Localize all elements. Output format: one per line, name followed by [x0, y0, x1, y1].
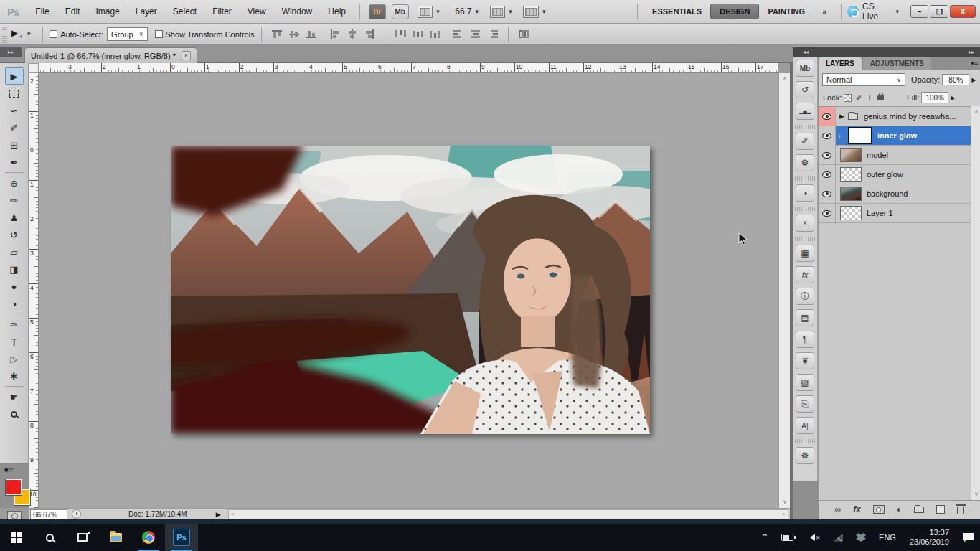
blur-tool[interactable]: ● — [5, 278, 24, 295]
volume-muted-icon[interactable]: × — [806, 534, 820, 542]
horizontal-scrollbar[interactable]: < > — [228, 509, 788, 519]
document-tab[interactable]: Untitled-1 @ 66.7% (inner glow, RGB/8) *… — [24, 47, 197, 63]
layer-row-layer1[interactable]: Layer 1 — [819, 204, 971, 223]
distribute-right-edges-button[interactable] — [485, 27, 501, 42]
new-group-icon[interactable] — [914, 507, 924, 513]
search-button[interactable] — [33, 524, 66, 551]
view-extras-icon[interactable] — [418, 6, 433, 18]
quick-selection-tool[interactable]: ✐ — [5, 119, 24, 136]
workspace-painting[interactable]: PAINTING — [759, 4, 814, 19]
swatches-panel-button[interactable]: ▦ — [796, 245, 814, 262]
visibility-toggle[interactable] — [819, 126, 836, 146]
pen-tool[interactable]: ✑ — [5, 316, 24, 333]
menu-filter[interactable]: Filter — [204, 0, 240, 24]
distribute-horizontal-centers-button[interactable] — [468, 27, 484, 42]
align-top-edges-button[interactable] — [269, 27, 285, 42]
layer-row-inner-glow[interactable]: ↓ inner glow — [819, 126, 971, 146]
distribute-top-edges-button[interactable] — [392, 27, 408, 42]
type-tool[interactable]: T — [5, 333, 24, 350]
custom-shape-tool[interactable]: ✱ — [5, 367, 24, 385]
lock-pixels-icon[interactable]: ✐ — [856, 94, 862, 102]
layers-scrollbar[interactable]: ∧ ∨ — [971, 106, 980, 500]
tab-adjustments[interactable]: ADJUSTMENTS — [863, 57, 931, 70]
brush-presets-panel-button[interactable]: ✐ — [796, 133, 814, 150]
chevron-down-icon[interactable]: ▼ — [895, 9, 900, 15]
menu-view[interactable]: View — [240, 0, 274, 24]
layer-row-background[interactable]: background — [819, 184, 971, 204]
zoom-level-control[interactable]: 66.7 — [455, 6, 471, 17]
history-panel-button[interactable]: ↺ — [796, 81, 814, 98]
layer-thumbnail[interactable] — [840, 167, 862, 182]
blend-mode-dropdown[interactable]: Normal∨ — [822, 73, 905, 86]
language-indicator[interactable]: ENG — [879, 533, 896, 542]
workspace-essentials[interactable]: ESSENTIALS — [644, 4, 710, 19]
auto-select-dropdown[interactable]: Group∨ — [107, 27, 147, 41]
tab-layers[interactable]: LAYERS — [819, 57, 862, 70]
history-brush-tool[interactable]: ↺ — [5, 226, 24, 243]
start-button[interactable] — [0, 524, 33, 551]
panel-menu-icon[interactable]: ▾≡ — [971, 60, 978, 67]
foreground-color-swatch[interactable] — [6, 479, 22, 495]
status-menu-arrow[interactable]: ▶ — [216, 511, 221, 518]
battery-icon[interactable] — [781, 534, 793, 541]
task-view-button[interactable] — [66, 524, 99, 551]
ruler-corner[interactable] — [29, 63, 39, 73]
visibility-toggle[interactable] — [819, 146, 836, 165]
layer-thumbnail[interactable] — [840, 187, 862, 201]
crop-tool[interactable]: ⊞ — [5, 136, 24, 154]
chrome-button[interactable] — [132, 524, 165, 551]
chevron-down-icon[interactable]: ▼ — [435, 9, 440, 15]
menu-help[interactable]: Help — [320, 0, 354, 24]
spot-healing-brush-tool[interactable]: ⊕ — [5, 174, 24, 192]
layer-row-group[interactable]: ▶ genius mind by reeawha... — [819, 107, 971, 126]
paragraph-panel-button[interactable]: ¶ — [796, 331, 814, 348]
styles-panel-button[interactable]: fx — [796, 266, 814, 283]
tool-presets-panel-button[interactable]: ☓ — [796, 215, 814, 232]
menu-file[interactable]: File — [27, 0, 57, 24]
fill-value[interactable]: 100% — [921, 92, 948, 103]
layer-name[interactable]: model — [867, 151, 888, 159]
layer-name[interactable]: genius mind by reeawha... — [864, 112, 956, 121]
brush-tool[interactable]: ✏ — [5, 192, 24, 209]
layer-name[interactable]: inner glow — [877, 131, 917, 140]
new-layer-icon[interactable] — [936, 505, 945, 514]
eyedropper-tool[interactable]: ✒ — [5, 154, 24, 171]
scroll-up-icon[interactable]: ∧ — [779, 73, 791, 85]
taskbar-clock[interactable]: 13:37 23/06/2019 — [910, 528, 949, 547]
distribute-bottom-edges-button[interactable] — [427, 27, 443, 42]
layer-name[interactable]: background — [867, 189, 908, 198]
move-tool[interactable]: ▶ — [5, 67, 24, 85]
opacity-value[interactable]: 80% — [942, 74, 969, 85]
eraser-tool[interactable]: ▱ — [5, 243, 24, 260]
align-left-edges-button[interactable] — [327, 27, 343, 42]
lock-all-icon[interactable] — [877, 95, 884, 100]
animation-panel-button[interactable]: ▤ — [796, 309, 814, 326]
menu-layer[interactable]: Layer — [128, 0, 165, 24]
lock-position-icon[interactable]: ✛ — [867, 94, 872, 102]
minimize-button[interactable]: – — [910, 5, 929, 18]
layer-row-model[interactable]: model — [819, 146, 971, 165]
chevron-down-icon[interactable]: ▼ — [474, 9, 480, 15]
status-zoom-field[interactable]: 66.67% — [30, 509, 67, 519]
menu-image[interactable]: Image — [88, 0, 127, 24]
scroll-right-icon[interactable]: > — [782, 511, 786, 517]
gradient-tool[interactable]: ◨ — [5, 260, 24, 278]
visibility-toggle[interactable] — [819, 107, 836, 126]
panel-grip[interactable] — [2, 26, 7, 43]
histogram-panel-button[interactable]: ▁▄▂ — [796, 103, 814, 120]
chevron-down-icon[interactable]: ▼ — [26, 31, 32, 37]
chevron-down-icon[interactable]: ▼ — [541, 9, 547, 15]
zoom-tool[interactable] — [5, 405, 24, 423]
info-panel-button[interactable]: ⓘ — [796, 288, 814, 305]
layer-comps-panel-button[interactable]: ▧ — [796, 374, 814, 391]
lasso-tool[interactable]: ∽ — [5, 102, 24, 119]
expand-triangle-icon[interactable]: ▶ — [839, 113, 844, 120]
launch-mini-bridge-button[interactable]: Mb — [392, 4, 409, 19]
adjustment-layer-icon[interactable]: ◐ — [897, 504, 902, 514]
screen-mode-icon[interactable] — [523, 6, 539, 18]
scroll-down-icon[interactable]: ∨ — [779, 496, 791, 508]
align-bottom-edges-button[interactable] — [303, 27, 319, 42]
show-transform-controls-checkbox[interactable] — [155, 30, 163, 38]
clone-stamp-tool[interactable]: ♟ — [5, 209, 24, 226]
layer-style-fx-icon[interactable]: fx — [853, 504, 861, 514]
